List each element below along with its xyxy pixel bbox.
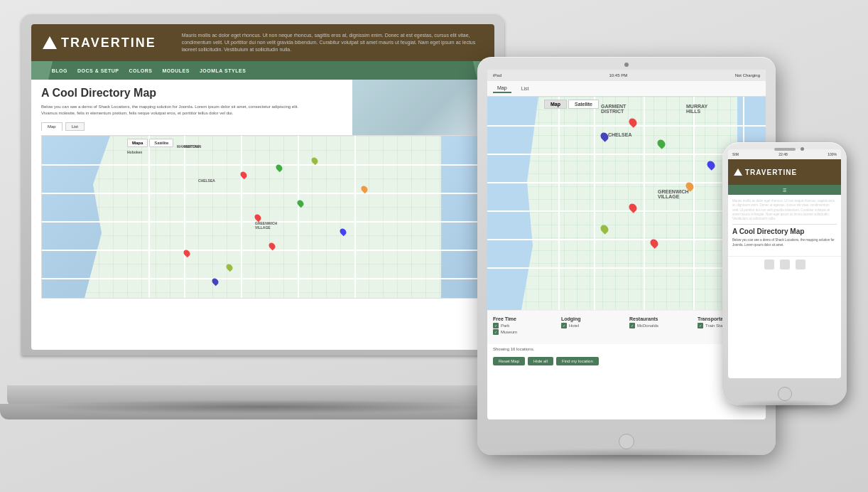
tablet-inner-tab-map[interactable]: Map — [544, 100, 567, 109]
phone-page-desc: Below you can see a demo of Shack Locati… — [732, 238, 837, 247]
phone-header-body-text: Mauris mollis ac dolor eget rhoncus. Ut … — [732, 199, 837, 221]
phone-icon-home[interactable] — [780, 260, 790, 269]
tablet-legend-mcdonalds: ✓ McDonalds — [629, 323, 686, 328]
phone-status-carrier: SIM — [732, 152, 739, 156]
laptop-logo-text: TRAVERTINE — [61, 36, 156, 50]
nav-docs[interactable]: DOCS & SETUP — [77, 68, 119, 73]
nav-colors[interactable]: COLORS — [129, 68, 152, 73]
road — [298, 136, 299, 298]
tablet-road — [644, 97, 645, 310]
tablet-road — [558, 97, 560, 310]
tablet-legend-row: Free Time ✓ Park ✓ Museum Lodging — [493, 316, 760, 336]
phone-logo-triangle — [734, 169, 742, 176]
tablet-road — [693, 97, 695, 310]
tablet-reset-btn[interactable]: Reset Map — [493, 357, 525, 365]
nav-modules[interactable]: MODULES — [162, 68, 190, 73]
phone-icon-bookmark[interactable] — [796, 260, 805, 269]
tablet-legend-title-restaurants: Restaurants — [629, 316, 686, 321]
phone-icon-share[interactable] — [764, 260, 774, 269]
tablet-inner-tab-satellite[interactable]: Satellite — [568, 100, 599, 109]
tablet-legend-title-free: Free Time — [493, 316, 550, 321]
phone-status-bar: SIM 22:48 100% — [728, 149, 841, 159]
tablet-status-left: iPad — [493, 73, 501, 77]
laptop-screen: TRAVERTINE Mauris mollis ac dolor eget r… — [31, 24, 494, 350]
phone-nav-bar: ☰ — [728, 185, 841, 195]
laptop-content: A Cool Directory Map Below you can see a… — [31, 80, 494, 306]
tablet-hide-btn[interactable]: Hide all — [528, 357, 553, 365]
tablet-status-right: Not Charging — [735, 73, 760, 77]
laptop-shadow — [28, 400, 497, 414]
tablet-map-inner-tabs: Map Satellite — [544, 100, 599, 109]
tablet-tab-map[interactable]: Map — [493, 84, 511, 93]
phone-divider — [732, 224, 837, 225]
road — [184, 136, 185, 298]
laptop-inner-tab-mapa[interactable]: Mapa — [127, 139, 148, 147]
nav-joomla[interactable]: JOOMLA STYLES — [200, 68, 246, 73]
phone-camera-icon — [801, 147, 804, 151]
laptop-map-roads — [42, 136, 484, 298]
phone-outer: SIM 22:48 100% TRAVERTINE ☰ Mauris molli… — [722, 142, 847, 405]
logo-triangle-icon — [43, 36, 57, 49]
tablet-road — [487, 125, 766, 127]
laptop-nav: ⌂ BLOG DOCS & SETUP COLORS MODULES JOOML… — [31, 61, 494, 80]
tablet-shadow — [484, 448, 769, 462]
map-label-village: GREENWICHVILLAGE — [255, 221, 277, 230]
tablet-legend-hotel: ✓ Hotel — [561, 323, 618, 328]
nav-blog[interactable]: BLOG — [52, 68, 67, 73]
tablet-status-time: 10:45 PM — [609, 73, 627, 77]
laptop-tab-list[interactable]: List — [65, 122, 85, 131]
phone-content-area: Mauris mollis ac dolor eget rhoncus. Ut … — [728, 195, 841, 256]
road — [42, 193, 484, 194]
phone-shadow — [729, 400, 840, 411]
check-icon: ✓ — [493, 329, 499, 335]
phone-nav-icon: ☰ — [783, 188, 786, 193]
phone-home-button[interactable] — [778, 387, 792, 401]
phone-bottom-icons — [728, 256, 841, 272]
laptop-logo: TRAVERTINE — [43, 36, 156, 50]
phone-site-header: TRAVERTINE — [728, 159, 841, 185]
tablet-legend-hotel-label: Hotel — [569, 323, 579, 328]
phone-page-title: A Cool Directory Map — [732, 228, 837, 235]
check-icon: ✓ — [561, 323, 567, 328]
phone-logo-text: TRAVERTINE — [745, 169, 797, 176]
tablet-camera-icon — [624, 63, 629, 67]
tablet-label-murray: MURRAYHILLS — [686, 104, 707, 114]
phone: SIM 22:48 100% TRAVERTINE ☰ Mauris molli… — [722, 142, 847, 405]
check-icon: ✓ — [493, 323, 499, 328]
nav-home[interactable]: ⌂ — [38, 68, 42, 73]
tablet-find-btn[interactable]: Find my location — [556, 357, 599, 365]
road — [42, 278, 484, 279]
laptop-map-inner-tabs: Mapa Satélite — [127, 139, 173, 147]
tablet-legend-lodging: Lodging ✓ Hotel — [561, 316, 618, 336]
road — [241, 136, 242, 298]
check-icon: ✓ — [698, 323, 703, 328]
tablet-tab-list[interactable]: List — [517, 85, 533, 92]
tablet-label-chelsea: CHELSEA — [608, 132, 631, 137]
road — [42, 164, 484, 166]
laptop-inner-tab-satelite[interactable]: Satélite — [149, 139, 173, 147]
tablet-legend-park: ✓ Park — [493, 323, 550, 328]
map-label-manhattan: MANHATTAN — [177, 144, 199, 149]
tablet-legend-free-time: Free Time ✓ Park ✓ Museum — [493, 316, 550, 336]
phone-status-battery: 100% — [828, 152, 837, 156]
tablet-label-garment: GARMENTDISTRICT — [601, 104, 626, 114]
tablet-legend-museum: ✓ Museum — [493, 329, 550, 335]
laptop-map: Mapa Satélite MIDTOWN MANHATTAN CHELSEA … — [41, 135, 484, 299]
phone-screen: SIM 22:48 100% TRAVERTINE ☰ Mauris molli… — [728, 149, 841, 378]
phone-status-time: 22:48 — [779, 152, 788, 156]
tablet-legend-museum-label: Museum — [501, 330, 517, 334]
road — [354, 136, 356, 298]
tablet-label-greenwich: GREENWICHVILLAGE — [658, 189, 689, 199]
laptop-tab-map[interactable]: Map — [41, 122, 63, 131]
tablet-home-button[interactable] — [619, 434, 634, 449]
laptop: TRAVERTINE Mauris mollis ac dolor eget r… — [21, 14, 504, 427]
tablet-legend-restaurants: Restaurants ✓ McDonalds — [629, 316, 686, 336]
tablet-status-bar: iPad 10:45 PM Not Charging — [487, 70, 766, 81]
laptop-site-header: TRAVERTINE Mauris mollis ac dolor eget r… — [31, 24, 494, 61]
map-label-hoboken: Hoboken — [127, 150, 142, 154]
tablet-legend-park-label: Park — [501, 323, 509, 328]
tablet-nav: Map List — [487, 81, 766, 97]
check-icon: ✓ — [629, 323, 635, 328]
road — [42, 250, 484, 251]
tablet-legend-mcdonalds-label: McDonalds — [637, 323, 658, 328]
